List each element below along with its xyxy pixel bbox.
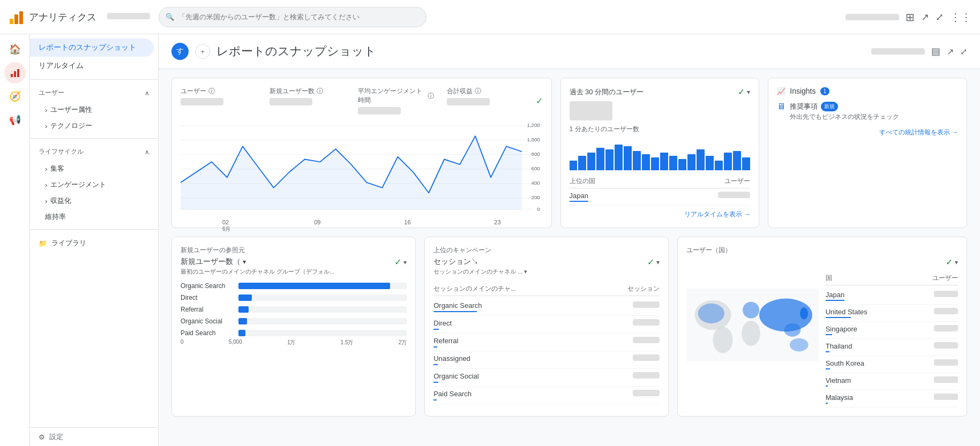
search-bar[interactable]: 🔍 [159, 7, 427, 27]
acquisition-channel-label: 最初のユーザーのメインのチャネル グループ（デフォル... [181, 268, 334, 276]
rt-bar [605, 149, 614, 170]
geo-value-blurred [934, 325, 958, 331]
sidebar-section-users: ユーザー ∧ [30, 84, 158, 102]
engagement-info-icon[interactable]: ⓘ [428, 92, 434, 101]
grid-icon[interactable]: ⋮⋮ [950, 11, 971, 24]
chevron-right-icon-3: › [45, 165, 47, 173]
rt-bar [678, 159, 686, 170]
svg-point-27 [800, 307, 808, 319]
svg-point-30 [698, 304, 724, 323]
revenue-info-icon[interactable]: ⓘ [475, 87, 481, 96]
rt-bar [660, 153, 668, 170]
metric-revenue: 合計収益 ⓘ [447, 87, 523, 115]
share-icon[interactable]: ↗ [921, 11, 929, 23]
geo-table-row: Vietnam [826, 373, 958, 390]
chart-x-labels: 026月 09 16 23 [181, 219, 543, 233]
geo-dropdown[interactable]: ▾ [955, 259, 958, 266]
nav-reports[interactable] [4, 62, 26, 84]
top-row: ユーザー ⓘ 新規ユーザー数 ⓘ [171, 78, 967, 228]
nav-home[interactable]: 🏠 [4, 39, 26, 60]
compare-icon[interactable]: ▤ [931, 46, 940, 57]
layout-icon[interactable]: ⊞ [906, 11, 915, 24]
search-input[interactable] [178, 13, 420, 21]
realtime-dropdown[interactable]: ▾ [747, 88, 750, 96]
metrics-check-icon: ✓ [536, 96, 543, 106]
library-icon: 📁 [39, 239, 47, 247]
campaign-dropdown[interactable]: ▾ [656, 259, 660, 266]
hbar-item: Direct [181, 294, 407, 301]
acquisition-check-icon: ✓ [394, 257, 401, 267]
add-report-button[interactable]: + [195, 44, 210, 59]
rt-bar [669, 156, 677, 170]
nav-advertising[interactable]: 📢 [4, 109, 26, 131]
acquisition-dropdown[interactable]: ▾ [403, 259, 407, 266]
campaign-table-header: セッションのメインのチャ... セッション [433, 282, 660, 296]
users-info-icon[interactable]: ⓘ [208, 87, 215, 96]
geo-bar [826, 385, 828, 387]
analytics-logo-icon [9, 9, 25, 25]
sidebar-item-engagement[interactable]: › エンゲージメント [30, 177, 158, 193]
rt-bar [724, 153, 732, 170]
share-page-icon[interactable]: ↗ [947, 47, 954, 57]
camp-value-blurred [633, 372, 660, 379]
recommendation-icon: 🖥 [777, 102, 786, 111]
camp-row: Direct [433, 316, 660, 334]
svg-point-25 [742, 321, 761, 346]
realtime-check-icon: ✓ [738, 87, 745, 97]
metrics-top: ユーザー ⓘ 新規ユーザー数 ⓘ [181, 87, 543, 115]
nav-explore[interactable]: 🧭 [4, 86, 26, 107]
sidebar-item-realtime[interactable]: リアルタイム [30, 57, 154, 75]
chevron-down-icon[interactable]: ▾ [243, 258, 246, 266]
collapse-lifecycle-icon[interactable]: ∧ [145, 148, 149, 156]
sidebar-item-acquisition[interactable]: › 集客 [30, 161, 158, 177]
sidebar-settings[interactable]: ⚙ 設定 [30, 427, 158, 446]
hbar-chart: Organic Search Direct Referral Organic S… [181, 282, 407, 337]
realtime-link[interactable]: リアルタイムを表示 → [570, 210, 751, 219]
realtime-title: 過去 30 分間のユーザー ✓ ▾ [570, 87, 751, 97]
sidebar-item-monetization[interactable]: › 収益化 [30, 193, 158, 209]
rt-bar [742, 157, 750, 170]
chevron-right-icon-2: › [45, 122, 47, 130]
line-chart: 1,200 1,000 800 600 400 200 0 [181, 119, 543, 215]
geo-table-row: Thailand [826, 339, 958, 356]
metric-users-label: ユーザー ⓘ [181, 87, 257, 96]
page-header: す + レポートのスナップショット ▤ ↗ ⤢ [159, 34, 980, 69]
new-users-info-icon[interactable]: ⓘ [317, 87, 323, 96]
insights-all-link[interactable]: すべての統計情報を表示 → [777, 128, 958, 137]
camp-value-blurred [633, 337, 660, 343]
svg-text:800: 800 [532, 151, 540, 157]
sidebar-item-retention[interactable]: 維持率 [30, 209, 158, 225]
insights-card: 📈 Insights 1 🖥 推奨事項 新規 外出先でもビジネスの状況をチェック [768, 78, 967, 228]
geo-content: 国 ユーザー Japan United States Singapore Tha… [686, 271, 958, 407]
camp-row: Organic Search [433, 298, 660, 316]
rt-bar [715, 161, 723, 170]
hbar-track [238, 306, 407, 313]
collapse-users-icon[interactable]: ∧ [145, 89, 149, 97]
sidebar-section-lifecycle: ライフサイクル ∧ [30, 143, 158, 161]
header-avatar: す [171, 43, 189, 60]
sidebar-item-technology[interactable]: › テクノロジー [30, 118, 158, 134]
svg-text:200: 200 [532, 194, 540, 200]
expand-icon[interactable]: ⤢ [936, 11, 944, 23]
camp-bar [433, 364, 438, 365]
sidebar-library[interactable]: 📁 ライブラリ [30, 234, 158, 252]
sidebar-item-snapshot[interactable]: レポートのスナップショット [30, 39, 154, 57]
topbar-right: ⊞ ↗ ⤢ ⋮⋮ [846, 11, 971, 24]
hbar-item: Referral [181, 306, 407, 313]
hbar-fill [238, 318, 247, 324]
svg-rect-5 [17, 69, 19, 77]
camp-value-blurred [633, 354, 660, 361]
metric-revenue-value [447, 98, 490, 105]
geo-value-blurred [934, 394, 958, 400]
realtime-country-row: Japan [570, 188, 751, 206]
geo-table-row: United States [826, 305, 958, 322]
geo-table-row: Malaysia [826, 390, 958, 407]
sidebar-item-user-attributes[interactable]: › ユーザー属性 [30, 102, 158, 118]
geo-bar [826, 334, 832, 335]
metric-engagement-value [358, 107, 401, 115]
camp-bar [433, 311, 477, 312]
app-name: アナリティクス [29, 11, 96, 24]
svg-rect-3 [11, 74, 13, 77]
rt-bar [651, 157, 659, 170]
expand-page-icon[interactable]: ⤢ [960, 47, 967, 57]
